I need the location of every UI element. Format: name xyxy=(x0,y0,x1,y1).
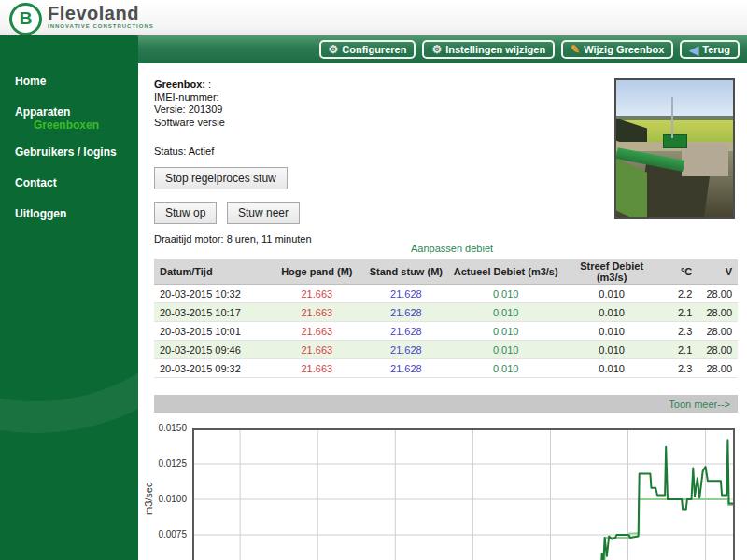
pencil-icon: ✎ xyxy=(571,44,580,55)
table-footer: Toon meer--> xyxy=(154,395,738,413)
flow-chart xyxy=(192,428,735,560)
site-photo xyxy=(614,78,735,219)
table-cell: 28.00 xyxy=(695,322,738,341)
table-cell: 21.663 xyxy=(271,303,362,322)
logo-watermark xyxy=(0,35,138,433)
table-row: 20-03-2015 09:4621.66321.6280.0100.0102.… xyxy=(154,341,738,359)
gear-icon: ⚙ xyxy=(431,44,442,55)
configureren-button[interactable]: ⚙ Configureren xyxy=(319,40,416,59)
chart-y-axis-label: m3/sec xyxy=(143,483,154,515)
toon-meer-link[interactable]: Toon meer--> xyxy=(669,399,730,410)
stop-regelproces-button[interactable]: Stop regelproces stuw xyxy=(154,167,288,189)
y-axis-tick-label: 0.0075 xyxy=(149,529,187,539)
table-cell: 20-03-2015 10:17 xyxy=(154,303,271,322)
table-cell: 2.1 xyxy=(661,341,695,359)
page: { "brand": { "name": "Flevoland", "subti… xyxy=(0,0,747,560)
table-cell: 21.628 xyxy=(362,285,449,303)
table-cell: 20-03-2015 10:32 xyxy=(154,285,271,303)
table-header-row: Datum/TijdHoge pand (M)Stand stuw (M)Act… xyxy=(154,259,738,285)
table-row: 20-03-2015 10:3221.66321.6280.0100.0102.… xyxy=(154,285,738,303)
table-row: 20-03-2015 10:1721.66321.6280.0100.0102.… xyxy=(154,303,738,322)
table-cell: 0.010 xyxy=(450,303,562,322)
measurements-table: Datum/TijdHoge pand (M)Stand stuw (M)Act… xyxy=(154,259,738,378)
status-line: Status: Actief xyxy=(154,146,214,157)
sidebar-item-gebruikers[interactable]: Gebruikers / logins xyxy=(15,146,117,159)
table-cell: 28.00 xyxy=(695,303,738,322)
table-cell: 2.1 xyxy=(661,303,695,322)
gear-icon: ⚙ xyxy=(329,44,339,55)
sidebar-item-contact[interactable]: Contact xyxy=(15,176,57,189)
brand-name: Flevoland xyxy=(48,3,154,23)
table-cell: 21.628 xyxy=(362,303,449,322)
table-cell: 28.00 xyxy=(695,285,738,303)
table-cell: 21.628 xyxy=(362,341,449,359)
sidebar-item-greenboxen[interactable]: Greenboxen xyxy=(34,119,99,132)
table-cell: 21.663 xyxy=(271,322,362,341)
wijzig-greenbox-button[interactable]: ✎ Wijzig Greenbox xyxy=(561,40,673,59)
back-icon: ◀ xyxy=(689,44,698,56)
header: B Flevoland INNOVATIVE CONSTRUCTIONS xyxy=(0,0,747,35)
column-header: V xyxy=(695,259,738,285)
table-cell: 0.010 xyxy=(450,359,562,378)
flow-chart-svg xyxy=(192,428,735,560)
photo-concrete-weir xyxy=(682,144,728,176)
column-header: Hoge pand (M) xyxy=(271,259,362,285)
table-cell: 2.2 xyxy=(661,285,695,303)
greenbox-line: Greenbox: : xyxy=(154,78,225,91)
sidebar-item-apparaten[interactable]: Apparaten xyxy=(15,105,70,119)
instellingen-wijzigen-button[interactable]: ⚙ Instellingen wijzigen xyxy=(422,40,555,59)
table-cell: 20-03-2015 09:46 xyxy=(154,341,271,359)
column-header: Streef Debiet (m3/s) xyxy=(562,259,661,285)
logo-circle-icon: B xyxy=(9,3,42,35)
column-header: Datum/Tijd xyxy=(154,259,271,285)
table-cell: 28.00 xyxy=(695,359,738,378)
stuw-neer-button[interactable]: Stuw neer xyxy=(227,202,300,224)
configureren-label: Configureren xyxy=(342,44,406,55)
versie-line: Versie: 201309 xyxy=(154,104,225,117)
table-cell: 0.010 xyxy=(450,322,562,341)
table-cell: 21.628 xyxy=(362,322,449,341)
imei-line: IMEI-nummer: xyxy=(154,91,225,105)
wijzig-greenbox-label: Wijzig Greenbox xyxy=(584,44,664,55)
aanpassen-debiet-link[interactable]: Aanpassen debiet xyxy=(411,243,493,254)
sidebar: Home Apparaten Greenboxen Gebruikers / l… xyxy=(0,35,138,560)
table-cell: 2.3 xyxy=(661,322,695,341)
table-cell: 0.010 xyxy=(450,341,562,359)
y-axis-tick-label: 0.0125 xyxy=(149,458,187,469)
photo-sky xyxy=(616,80,733,118)
table-cell: 0.010 xyxy=(450,285,562,303)
table-cell: 21.663 xyxy=(271,359,362,378)
y-axis-tick-label: 0.0100 xyxy=(149,494,187,504)
table-cell: 21.628 xyxy=(362,359,449,378)
column-header: °C xyxy=(661,259,695,285)
photo-greenbox-device xyxy=(663,134,687,148)
logo-letter: B xyxy=(20,9,33,27)
table-cell: 20-03-2015 10:01 xyxy=(154,322,271,341)
table-cell: 0.010 xyxy=(562,285,661,303)
table-cell: 0.010 xyxy=(562,303,661,322)
table-cell: 0.010 xyxy=(562,341,661,359)
instellingen-label: Instellingen wijzigen xyxy=(445,44,545,55)
terug-label: Terug xyxy=(702,44,730,55)
column-header: Actueel Debiet (m3/s) xyxy=(450,259,562,285)
sidebar-item-uitloggen[interactable]: Uitloggen xyxy=(15,207,66,220)
table-row: 20-03-2015 09:3221.66321.6280.0100.0102.… xyxy=(154,359,738,378)
photo-pole xyxy=(671,97,673,138)
device-info: Greenbox: : IMEI-nummer: Versie: 201309 … xyxy=(154,78,225,129)
table-cell: 0.010 xyxy=(562,359,661,378)
brand-logo: B Flevoland INNOVATIVE CONSTRUCTIONS xyxy=(9,3,154,35)
y-axis-tick-label: 0.0150 xyxy=(149,423,187,433)
table-cell: 28.00 xyxy=(695,341,738,359)
sidebar-item-home[interactable]: Home xyxy=(15,75,46,88)
table-cell: 21.663 xyxy=(271,341,362,359)
column-header: Stand stuw (M) xyxy=(362,259,449,285)
table-cell: 2.3 xyxy=(661,359,695,378)
stuw-op-button[interactable]: Stuw op xyxy=(154,202,217,224)
table-cell: 20-03-2015 09:32 xyxy=(154,359,271,378)
software-line: Software versie xyxy=(154,117,225,130)
table-row: 20-03-2015 10:0121.66321.6280.0100.0102.… xyxy=(154,322,738,341)
toolbar: ⚙ Configureren ⚙ Instellingen wijzigen ✎… xyxy=(138,35,747,63)
table-cell: 0.010 xyxy=(562,322,661,341)
terug-button[interactable]: ◀ Terug xyxy=(680,40,740,59)
table-cell: 21.663 xyxy=(271,285,362,303)
